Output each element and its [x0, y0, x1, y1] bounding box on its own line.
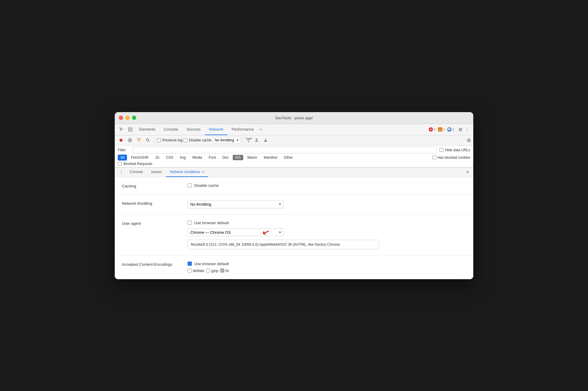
warn-icon: △ [438, 127, 442, 132]
caching-section: Caching Disable cache [115, 177, 473, 195]
throttling-control: No throttling [188, 201, 283, 208]
drawer-tab-bar: ⋮ Console Issues Network conditions × × [115, 168, 473, 177]
caching-row: Caching Disable cache [122, 183, 466, 188]
disable-cache-checkbox[interactable] [183, 138, 187, 142]
has-blocked-cookies-label[interactable]: Has blocked cookies [432, 155, 470, 160]
ua-select-row: Chrome — Chrome OS ↙ [188, 227, 379, 237]
svg-point-2 [120, 139, 122, 142]
user-agent-section: User agent Use browser default Chrome — … [115, 215, 473, 256]
filter-css[interactable]: CSS [163, 155, 176, 161]
tab-elements[interactable]: Elements [135, 124, 160, 135]
minimize-button[interactable] [125, 116, 130, 120]
maximize-button[interactable] [132, 116, 136, 120]
clear-button[interactable] [126, 136, 134, 144]
drawer-tab-console[interactable]: Console [125, 167, 147, 177]
blocked-requests-checkbox[interactable] [118, 162, 122, 166]
throttle-select[interactable]: No throttling [213, 137, 241, 143]
inspect-icon[interactable] [126, 125, 134, 134]
close-button[interactable] [119, 116, 123, 120]
user-agent-label: User agent [122, 221, 182, 226]
hide-data-urls-label[interactable]: Hide data URLs [440, 148, 470, 152]
window-title: DevTools - proxx.app/ [275, 116, 313, 120]
user-agent-row: User agent Use browser default Chrome — … [122, 221, 466, 249]
search-icon[interactable] [144, 136, 152, 144]
disable-cache-settings-checkbox[interactable] [188, 183, 192, 187]
warn-badge[interactable]: △ 2 [438, 127, 445, 132]
br-encoding[interactable]: ✓ br [220, 268, 229, 273]
info-icon: 💬 [447, 127, 451, 132]
divider-2 [243, 137, 243, 143]
tab-network[interactable]: Network [205, 124, 228, 135]
use-browser-default-checkbox[interactable] [188, 221, 192, 225]
accepted-encodings-control: ✓ Use browser default deflate gzip [188, 262, 229, 273]
filter-type-row: All Fetch/XHR JS CSS Img Media Font Doc … [118, 155, 470, 161]
deflate-encoding[interactable]: deflate [188, 268, 204, 273]
filter-blocked-row: Blocked Requests [118, 162, 470, 166]
record-button[interactable] [117, 136, 125, 144]
throttling-label: Network throttling [122, 201, 182, 206]
network-toolbar: Preserve log Disable cache No throttling [115, 135, 473, 146]
user-agent-control: Use browser default Chrome — Chrome OS ↙… [188, 221, 379, 249]
filter-img[interactable]: Img [177, 155, 189, 161]
has-blocked-cookies-checkbox[interactable] [432, 155, 436, 159]
tab-sources[interactable]: Sources [182, 124, 205, 135]
filter-doc[interactable]: Doc [220, 155, 231, 161]
throttling-row: Network throttling No throttling [122, 201, 466, 208]
filter-row-1: Filter Hide data URLs [118, 147, 470, 153]
use-browser-default-enc-checkbox[interactable]: ✓ [188, 262, 192, 266]
disable-cache-row[interactable]: Disable cache [188, 183, 219, 188]
svg-rect-1 [129, 129, 131, 130]
info-badge[interactable]: 💬 1 [447, 127, 454, 132]
drawer-tab-issues[interactable]: Issues [147, 167, 166, 177]
filter-bar: Filter Hide data URLs All Fetch/XHR JS C… [115, 146, 473, 167]
tab-performance[interactable]: Performance [227, 124, 258, 135]
upload-icon[interactable] [253, 136, 261, 144]
filter-manifest[interactable]: Manifest [261, 155, 280, 161]
filter-wasm[interactable]: Wasm [244, 155, 260, 161]
deflate-checkbox[interactable] [188, 269, 192, 273]
drawer: ⋮ Console Issues Network conditions × × … [115, 167, 473, 279]
throttling-section: Network throttling No throttling [115, 195, 473, 215]
disable-cache-label[interactable]: Disable cache [183, 138, 211, 142]
filter-icon[interactable] [135, 136, 143, 144]
error-badge[interactable]: ✕ 1 [429, 127, 436, 132]
hide-data-urls-checkbox[interactable] [440, 148, 443, 152]
devtools-tab-bar: Elements Console Sources Network Perform… [115, 124, 473, 135]
error-icon: ✕ [429, 127, 433, 132]
drawer-more-icon[interactable]: ⋮ [117, 169, 125, 175]
filter-media[interactable]: Media [190, 155, 205, 161]
filter-label: Filter [118, 148, 130, 152]
gzip-encoding[interactable]: gzip [206, 268, 218, 273]
drawer-tab-network-conditions[interactable]: Network conditions × [166, 167, 208, 177]
caching-control: Disable cache [188, 183, 219, 188]
drawer-close-button[interactable]: × [465, 169, 471, 175]
filter-fetch-xhr[interactable]: Fetch/XHR [128, 155, 151, 161]
filter-other[interactable]: Other [281, 155, 295, 161]
network-settings-icon[interactable]: ⚙ [467, 138, 471, 143]
tab-more-button[interactable]: » [258, 124, 264, 135]
filter-all[interactable]: All [118, 155, 127, 161]
wifi-icon [246, 138, 252, 143]
svg-point-6 [251, 138, 251, 139]
tab-console[interactable]: Console [160, 124, 182, 135]
download-icon[interactable] [262, 136, 270, 144]
throttling-settings-select[interactable]: No throttling [188, 201, 283, 208]
preserve-log-checkbox[interactable] [157, 138, 161, 142]
filter-font[interactable]: Font [206, 155, 218, 161]
cursor-icon[interactable] [117, 125, 125, 134]
filter-ws[interactable]: WS [233, 155, 243, 160]
use-browser-default-row[interactable]: Use browser default [188, 221, 379, 225]
encoding-options-row: deflate gzip ✓ br [188, 268, 229, 273]
use-browser-default-enc-row[interactable]: ✓ Use browser default [188, 262, 229, 266]
br-checkbox[interactable]: ✓ [220, 268, 224, 273]
more-options-icon[interactable]: ⋮ [464, 126, 471, 134]
caching-label: Caching [122, 183, 182, 188]
settings-icon[interactable]: ⚙ [457, 126, 464, 134]
gzip-checkbox[interactable] [206, 269, 210, 273]
drawer-tab-close-icon[interactable]: × [202, 170, 204, 174]
title-bar: DevTools - proxx.app/ [115, 112, 473, 124]
filter-js[interactable]: JS [152, 155, 162, 161]
preserve-log-label[interactable]: Preserve log [157, 138, 182, 142]
svg-rect-0 [128, 128, 132, 131]
divider-1 [154, 137, 154, 143]
